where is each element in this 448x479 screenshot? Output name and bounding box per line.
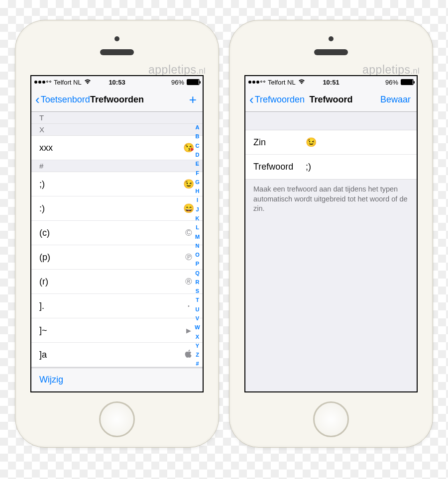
list-item[interactable]: xxx 😘: [31, 136, 203, 160]
back-button[interactable]: ‹ Toetsenbord: [35, 95, 90, 105]
index-letter[interactable]: Y: [196, 343, 199, 349]
index-letter[interactable]: W: [195, 324, 200, 330]
speaker-slot: [100, 49, 134, 55]
index-letter[interactable]: U: [196, 306, 200, 312]
battery-icon: [401, 79, 414, 85]
phrase-row[interactable]: Zin 😉: [245, 130, 417, 155]
page-title: Trefwoorden: [90, 95, 144, 105]
row-key: :): [39, 203, 45, 214]
watermark-suffix: .nl: [411, 67, 420, 75]
list-item[interactable]: :) 😄: [31, 196, 203, 221]
list-item[interactable]: ]~ ▶: [31, 318, 203, 343]
row-key: ]a: [39, 350, 47, 360]
battery-label: 96%: [385, 79, 398, 86]
signal-dots-icon: [248, 81, 265, 84]
index-letter[interactable]: I: [197, 197, 198, 203]
phone-right: appletips.nl Telfort NL 10:51 96%: [229, 20, 433, 448]
watermark: appletips.nl: [362, 63, 420, 77]
back-label: Toetsenbord: [41, 95, 90, 105]
list-content[interactable]: T X xxx 😘 # ;) 😉 :) 😄 (c) ©: [31, 112, 203, 368]
index-letter[interactable]: Z: [196, 352, 199, 358]
back-button[interactable]: ‹ Trefwoorden: [249, 95, 305, 105]
battery-icon: [187, 79, 200, 85]
index-letter[interactable]: E: [196, 161, 199, 167]
status-bar: Telfort NL 10:53 96%: [31, 76, 203, 88]
watermark-text: appletips: [148, 63, 197, 76]
section-header-x: X: [31, 124, 203, 136]
phrase-field[interactable]: 😉: [306, 137, 409, 148]
nav-bar: ‹ Toetsenbord Trefwoorden +: [31, 88, 203, 112]
page-title: Trefwoord: [309, 95, 352, 105]
camera-dot: [114, 36, 119, 41]
chevron-left-icon: ‹: [35, 95, 40, 105]
index-letter[interactable]: O: [195, 252, 200, 258]
carrier-label: Telfort NL: [54, 79, 82, 86]
phrase-label: Zin: [253, 137, 306, 148]
camera-dot: [329, 36, 334, 41]
row-key: (p): [39, 252, 50, 263]
home-button[interactable]: [313, 401, 349, 437]
index-letter[interactable]: V: [196, 315, 199, 321]
index-letter[interactable]: P: [196, 261, 199, 267]
row-key: (c): [39, 228, 50, 238]
index-letter[interactable]: #: [196, 361, 199, 367]
add-button[interactable]: +: [189, 92, 199, 107]
section-index[interactable]: A B C D E F G H I J K L M N O P Q R S T: [193, 123, 202, 369]
index-letter[interactable]: N: [196, 243, 200, 249]
shortcut-row[interactable]: Trefwoord ;): [245, 155, 417, 179]
nav-bar: ‹ Trefwoorden Trefwoord Bewaar: [245, 88, 417, 112]
index-letter[interactable]: S: [196, 288, 199, 294]
status-right: 96%: [385, 79, 414, 86]
index-letter[interactable]: T: [196, 297, 199, 303]
speaker-slot: [314, 49, 348, 55]
phone-left: appletips.nl Telfort NL 10:53 96%: [15, 20, 219, 448]
index-letter[interactable]: G: [195, 179, 200, 185]
index-letter[interactable]: H: [196, 188, 200, 194]
shortcut-label: Trefwoord: [253, 162, 306, 172]
index-letter[interactable]: M: [195, 234, 200, 240]
section-header-t: T: [31, 112, 203, 124]
row-key: (r): [39, 277, 48, 287]
status-left: Telfort NL: [34, 79, 91, 86]
form-group: Zin 😉 Trefwoord ;): [245, 130, 417, 180]
chevron-left-icon: ‹: [249, 95, 254, 105]
clock-label: 10:53: [109, 79, 125, 86]
status-left: Telfort NL: [248, 79, 305, 86]
back-label: Trefwoorden: [255, 95, 305, 105]
list-item[interactable]: ]a: [31, 343, 203, 367]
save-button[interactable]: Bewaar: [380, 95, 413, 105]
list-item[interactable]: ;) 😉: [31, 172, 203, 196]
section-header-hash: #: [31, 160, 203, 172]
index-letter[interactable]: A: [196, 124, 200, 130]
index-letter[interactable]: D: [196, 152, 200, 158]
list-item[interactable]: (r) ®: [31, 270, 203, 294]
index-letter[interactable]: Q: [195, 270, 200, 276]
clock-label: 10:51: [323, 79, 339, 86]
status-bar: Telfort NL 10:51 96%: [245, 76, 417, 88]
signal-dots-icon: [34, 81, 51, 84]
index-letter[interactable]: L: [196, 224, 199, 230]
wifi-icon: [298, 79, 305, 86]
index-letter[interactable]: B: [196, 133, 200, 139]
index-letter[interactable]: F: [196, 170, 199, 176]
index-letter[interactable]: J: [196, 206, 199, 212]
list-item[interactable]: ]. •: [31, 294, 203, 318]
watermark-text: appletips: [362, 63, 411, 76]
index-letter[interactable]: R: [196, 279, 200, 285]
index-letter[interactable]: X: [196, 334, 199, 340]
home-button[interactable]: [99, 401, 135, 437]
list-item[interactable]: (c) ©: [31, 221, 203, 245]
index-letter[interactable]: C: [196, 143, 200, 149]
battery-label: 96%: [171, 79, 184, 86]
shortcut-field[interactable]: ;): [306, 162, 409, 172]
row-key: xxx: [39, 143, 53, 153]
row-key: ]~: [39, 325, 47, 336]
list-item[interactable]: (p) ℗: [31, 245, 203, 270]
watermark: appletips.nl: [148, 63, 206, 77]
row-key: ].: [39, 301, 44, 311]
screen-left: Telfort NL 10:53 96% ‹ Toetsenbord Trefw…: [30, 75, 204, 392]
edit-button[interactable]: Wijzig: [39, 375, 63, 385]
index-letter[interactable]: K: [196, 215, 200, 221]
wifi-icon: [84, 79, 91, 86]
status-right: 96%: [171, 79, 200, 86]
